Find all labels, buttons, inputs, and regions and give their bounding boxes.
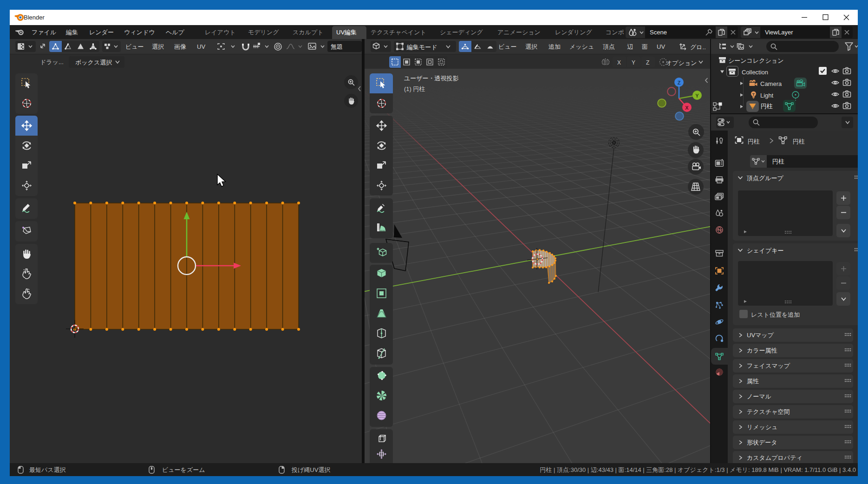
svg-text:Y: Y xyxy=(695,93,699,98)
svg-text:Z: Z xyxy=(678,80,681,85)
svg-text:X: X xyxy=(685,105,689,111)
